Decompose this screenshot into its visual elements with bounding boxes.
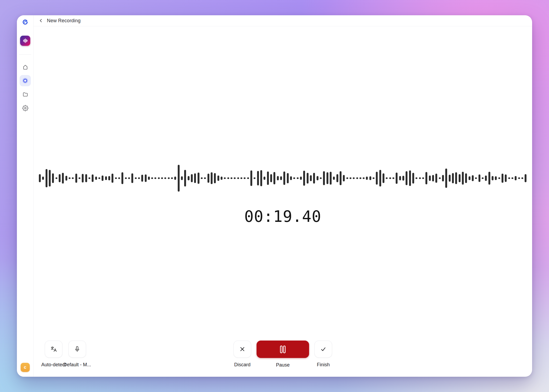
waveform-bar	[445, 169, 447, 188]
waveform-bar	[224, 177, 226, 179]
waveform-bar	[376, 172, 378, 185]
language-button[interactable]	[45, 341, 62, 358]
input-settings: Auto-detect Default - M...	[42, 341, 89, 368]
waveform-bar	[303, 171, 305, 186]
waveform-bar	[333, 177, 335, 180]
waveform-bar	[343, 175, 345, 181]
waveform-bar	[214, 173, 216, 183]
waveform-bar	[432, 175, 434, 181]
waveform-bar	[105, 176, 107, 180]
app-window: c New Recording 00:19.40	[17, 15, 532, 377]
finish-label: Finish	[317, 362, 330, 368]
waveform-bar	[525, 174, 526, 182]
waveform-bar	[353, 177, 355, 179]
waveform-bar	[254, 177, 255, 179]
folder-icon	[22, 91, 28, 98]
microphone-button[interactable]	[68, 341, 86, 358]
waveform-bar	[366, 177, 368, 180]
sidebar-item-library[interactable]	[20, 89, 31, 100]
waveform-bar	[396, 173, 398, 184]
waveform-bar	[85, 174, 87, 182]
waveform-bar	[442, 175, 444, 181]
waveform-bar	[257, 171, 259, 185]
waveform-bar	[475, 177, 477, 179]
waveform-bar	[359, 177, 361, 179]
waveform-bar	[495, 176, 497, 180]
waveform-bar	[310, 175, 312, 181]
main-content: New Recording 00:19.40	[34, 15, 532, 377]
waveform-bar	[363, 177, 365, 179]
microphone-label: Default - M...	[63, 362, 91, 368]
waveform-bar	[323, 171, 325, 185]
waveform-bar	[399, 176, 401, 180]
waveform-bar	[267, 171, 269, 185]
waveform-bar	[135, 177, 137, 179]
waveform-bar	[327, 172, 328, 184]
waveform-bar	[273, 172, 275, 184]
waveform-bar	[95, 177, 97, 180]
waveform-bar	[168, 177, 170, 179]
waveform-bar	[154, 177, 156, 179]
waveform-bar	[88, 177, 90, 179]
brand-logo[interactable]	[21, 18, 29, 27]
waveform-bar	[92, 174, 94, 182]
waveform-bar	[102, 176, 103, 181]
recorder-app-icon[interactable]	[20, 36, 30, 46]
waveform-bar	[188, 176, 190, 180]
waveform-bar	[82, 174, 84, 182]
waveform-bar	[307, 173, 309, 184]
waveform-bar	[518, 177, 520, 179]
waveform-bar	[231, 177, 232, 179]
back-button[interactable]	[38, 17, 44, 24]
waveform-bar	[300, 177, 302, 180]
discard-control: Discard	[233, 341, 251, 368]
waveform-bar	[158, 177, 160, 179]
waveform-bar	[52, 173, 54, 183]
waveform-bar	[485, 176, 487, 181]
sidebar-nav	[17, 61, 34, 114]
waveform-bar	[287, 173, 289, 183]
waveform-bar	[79, 177, 80, 179]
waveform-bar	[141, 175, 143, 182]
close-icon	[239, 346, 246, 352]
waveform-bar	[459, 174, 461, 182]
waveform-bar	[138, 177, 140, 179]
waveform-bar	[42, 177, 44, 180]
sidebar-item-record[interactable]	[20, 75, 31, 86]
waveform-bar	[383, 173, 384, 183]
waveform-bar	[204, 177, 206, 179]
waveform-bar	[75, 174, 77, 183]
finish-button[interactable]	[314, 341, 332, 358]
sidebar-divider	[19, 54, 31, 55]
waveform-bar	[112, 174, 113, 183]
sidebar-item-settings[interactable]	[20, 102, 31, 114]
waveform-bar	[65, 176, 67, 181]
waveform-bar	[356, 177, 358, 179]
waveform-bar	[435, 174, 437, 183]
waveform-bar	[449, 175, 451, 182]
recording-actions: Discard Pause	[233, 341, 332, 368]
waveform-bar	[386, 177, 388, 179]
waveform-bar	[502, 174, 503, 183]
pause-button[interactable]	[257, 341, 309, 358]
waveform-bar	[511, 177, 513, 179]
waveform-bar	[240, 177, 242, 179]
pause-icon	[279, 345, 287, 354]
waveform-bar	[369, 176, 371, 180]
pause-label: Pause	[276, 362, 290, 368]
gear-icon	[22, 105, 28, 111]
waveform-bar	[277, 176, 279, 180]
user-avatar[interactable]: c	[21, 363, 30, 372]
waveform-bar	[194, 173, 196, 183]
microphone-icon	[74, 346, 81, 353]
finish-control: Finish	[314, 341, 332, 368]
waveform-bar	[174, 177, 176, 180]
waveform-bar	[39, 174, 41, 182]
waveform-bar	[425, 172, 427, 184]
discard-button[interactable]	[233, 341, 251, 358]
waveform-bar	[108, 176, 110, 180]
sidebar-item-home[interactable]	[20, 61, 31, 73]
waveform-bar	[330, 172, 332, 185]
waveform-bar	[145, 174, 147, 182]
waveform-bar	[488, 172, 490, 185]
